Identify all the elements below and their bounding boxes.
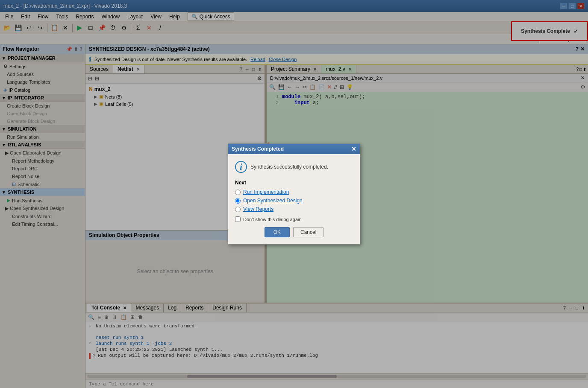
option-view-reports: View Reports xyxy=(235,206,353,212)
modal-body: i Synthesis successfully completed. Next… xyxy=(228,154,360,244)
modal-close-button[interactable]: ✕ xyxy=(351,146,356,152)
dont-show-again-label[interactable]: Don't show this dialog again xyxy=(243,217,302,222)
modal-header: Synthesis Completed ✕ xyxy=(228,144,360,154)
radio-view-reports[interactable] xyxy=(235,207,241,212)
modal-overlay: Synthesis Completed ✕ i Synthesis succes… xyxy=(0,0,588,388)
option-run-implementation: Run Implementation xyxy=(235,189,353,195)
modal-next-label: Next xyxy=(235,180,353,186)
modal-success-text: Synthesis successfully completed. xyxy=(250,164,328,170)
run-implementation-label[interactable]: Run Implementation xyxy=(243,189,289,195)
option-open-synthesized-design: Open Synthesized Design xyxy=(235,198,353,204)
modal-buttons: OK Cancel xyxy=(235,227,353,237)
dont-show-again-checkbox[interactable] xyxy=(235,216,241,222)
modal-info-row: i Synthesis successfully completed. xyxy=(235,161,353,173)
open-synthesized-design-label[interactable]: Open Synthesized Design xyxy=(243,198,303,204)
dont-show-again-option: Don't show this dialog again xyxy=(235,216,353,222)
cancel-button[interactable]: Cancel xyxy=(293,227,323,237)
modal-title: Synthesis Completed xyxy=(232,146,284,152)
synthesis-completed-dialog: Synthesis Completed ✕ i Synthesis succes… xyxy=(228,143,360,245)
radio-open-synthesized-design[interactable] xyxy=(235,198,241,204)
view-reports-label[interactable]: View Reports xyxy=(243,206,273,212)
radio-run-implementation[interactable] xyxy=(235,190,241,195)
ok-button[interactable]: OK xyxy=(265,227,290,237)
modal-info-icon: i xyxy=(235,161,247,173)
